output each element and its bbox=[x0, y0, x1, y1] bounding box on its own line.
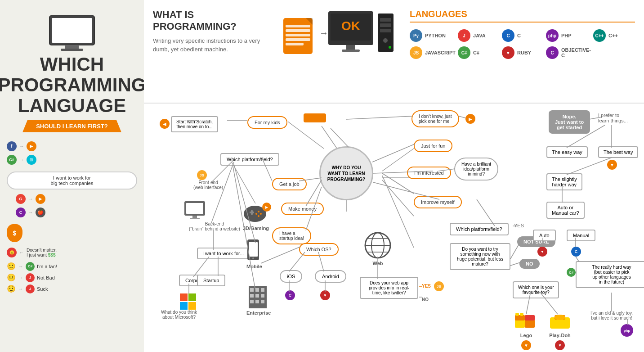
backend-label: Back-end("brain" behind a website) bbox=[189, 221, 240, 231]
get-a-job-node: Get a job bbox=[272, 178, 307, 190]
svg-rect-52 bbox=[250, 294, 254, 298]
apple-icon: 🍎 bbox=[36, 208, 45, 217]
lego-arrow: ▼ bbox=[521, 340, 531, 350]
yes-label-2: YES bbox=[422, 284, 431, 289]
php-icon: php bbox=[546, 29, 559, 42]
java-icon-small: J bbox=[26, 273, 35, 282]
computer-graphic: → OK bbox=[270, 9, 396, 95]
top-section: WHAT IS PROGRAMMING? Writing very specif… bbox=[144, 0, 644, 104]
svg-rect-9 bbox=[286, 43, 304, 45]
svg-rect-56 bbox=[255, 300, 259, 303]
really-hard-arrow: C# bbox=[567, 268, 576, 277]
svg-point-47 bbox=[252, 257, 254, 259]
js-icon: JS bbox=[410, 46, 422, 59]
does-webapp-node: Does your web app provides info in real-… bbox=[360, 277, 418, 299]
svg-rect-6 bbox=[286, 29, 310, 32]
svg-rect-57 bbox=[261, 300, 264, 303]
slightly-harder-label: The slightlyharder way bbox=[546, 173, 582, 190]
old-ugly-toy-node: I've an old & ugly toy,but i love it so … bbox=[576, 311, 644, 320]
frontend-label: Front-end(web interface) bbox=[193, 180, 223, 190]
subtitle: SHOULD I LEARN FIRST? bbox=[22, 120, 121, 132]
yes-label: YES bbox=[514, 223, 524, 228]
svg-point-22 bbox=[389, 46, 391, 49]
easy-way-label: The easy way bbox=[546, 146, 588, 158]
windows-icon: ⊞ bbox=[27, 155, 36, 165]
svg-rect-37 bbox=[188, 302, 196, 310]
best-way-arrow: ▼ bbox=[607, 160, 617, 170]
svg-line-89 bbox=[211, 162, 234, 223]
mobile-area: Mobile bbox=[246, 239, 262, 269]
startup-idea-label: I have astartup idea! bbox=[272, 227, 311, 244]
make-money-label: Make money bbox=[281, 203, 324, 215]
lang-csharp: C# C# bbox=[458, 46, 500, 59]
svg-rect-8 bbox=[286, 38, 310, 41]
auto-node: Auto bbox=[533, 230, 556, 241]
slightly-harder-node: The slightlyharder way bbox=[546, 173, 582, 190]
lang-python: Py PYTHON bbox=[410, 29, 456, 42]
svg-rect-20 bbox=[380, 29, 391, 32]
what-is-heading: WHAT IS PROGRAMMING? bbox=[153, 9, 261, 33]
svg-line-111 bbox=[232, 162, 255, 203]
improve-myself-label: Improve myself bbox=[414, 196, 462, 208]
prefer-learn-node: I prefer tolearn things... bbox=[598, 113, 628, 123]
c-under-manual: C bbox=[571, 247, 581, 257]
phone-icon bbox=[246, 239, 260, 261]
flowchart-area: WHY DO YOU WANT TO LEARN PROGRAMMING? Fo… bbox=[144, 104, 644, 352]
scratch-node: Start with Scratch,then move on to... bbox=[171, 116, 218, 132]
red-face-icon: 😐 bbox=[7, 248, 17, 257]
startup-oval-node: Startup bbox=[197, 275, 225, 286]
python-icon: Py bbox=[410, 29, 422, 42]
just-for-fun-label: Just for fun bbox=[414, 140, 452, 152]
svg-rect-54 bbox=[261, 294, 264, 298]
arrow-icon-2: ▶ bbox=[36, 194, 45, 204]
prefer-learn-label: I prefer tolearn things... bbox=[598, 113, 628, 123]
auto-manual-node: Auto orManual car? bbox=[546, 202, 585, 219]
svg-rect-66 bbox=[525, 315, 535, 320]
web-globe-area: Web bbox=[364, 232, 391, 266]
not-bad-label: Not Bad bbox=[37, 275, 55, 280]
svg-line-91 bbox=[193, 257, 209, 277]
neutral-face: 😐 bbox=[7, 273, 16, 282]
which-platform-node-2: Which platform/field? bbox=[450, 223, 509, 235]
svg-point-42 bbox=[260, 213, 262, 215]
just-for-fun-node: Just for fun bbox=[414, 140, 452, 152]
no-label-webapp: NO bbox=[422, 297, 429, 302]
central-question-text: WHY DO YOU WANT TO LEARN PROGRAMMING? bbox=[321, 160, 372, 187]
svg-rect-40 bbox=[250, 212, 254, 213]
monitor-icon bbox=[45, 14, 99, 54]
svg-rect-64 bbox=[525, 320, 535, 328]
svg-line-72 bbox=[331, 128, 349, 147]
which-os-node: Which OS? bbox=[299, 243, 339, 256]
lang-ruby: ♥ RUBY bbox=[502, 46, 544, 59]
brilliant-idea-label: Have a brilliantidea/platformin mind? bbox=[454, 158, 498, 181]
which-platform-label-2: Which platform/field? bbox=[450, 223, 509, 235]
for-my-kids-label: For my kids bbox=[247, 116, 287, 129]
playdoh-label: Play-Doh bbox=[546, 333, 573, 338]
svg-rect-7 bbox=[286, 34, 310, 36]
left-panel-content: f → ▶ C# → ⊞ I want to work forbig tech … bbox=[0, 141, 144, 293]
web-globe-label: Web bbox=[364, 261, 391, 266]
im-a-fan-label: I'm a fan! bbox=[37, 264, 57, 269]
svg-rect-33 bbox=[190, 218, 200, 219]
svg-rect-5 bbox=[286, 25, 310, 27]
svg-point-71 bbox=[555, 315, 565, 320]
no-oval-node: NO bbox=[519, 259, 540, 269]
easy-way-node: The easy way bbox=[546, 146, 588, 158]
java-icon: J bbox=[458, 29, 470, 42]
i-want-work-for-label: I want to work for... bbox=[197, 248, 249, 259]
make-money-node: Make money bbox=[281, 203, 324, 215]
ok-computer-svg: → OK bbox=[270, 9, 396, 95]
svg-rect-63 bbox=[515, 320, 525, 328]
playdoh-area: Play-Doh ♥ bbox=[546, 313, 573, 350]
doesnt-matter-label: Doesn't matter,I just want $$$ bbox=[27, 248, 57, 257]
best-way-label: The best way bbox=[598, 146, 638, 158]
svg-rect-2 bbox=[65, 45, 79, 49]
svg-rect-49 bbox=[250, 288, 254, 292]
mobile-label: Mobile bbox=[246, 264, 262, 269]
svg-point-41 bbox=[258, 211, 259, 212]
playdoh-ruby-icon: ♥ bbox=[555, 340, 565, 350]
svg-rect-53 bbox=[255, 294, 259, 298]
svg-rect-36 bbox=[180, 302, 188, 310]
svg-line-28 bbox=[382, 180, 414, 216]
main-title: WHICH PROGRAMMING LANGUAGE bbox=[0, 54, 155, 117]
